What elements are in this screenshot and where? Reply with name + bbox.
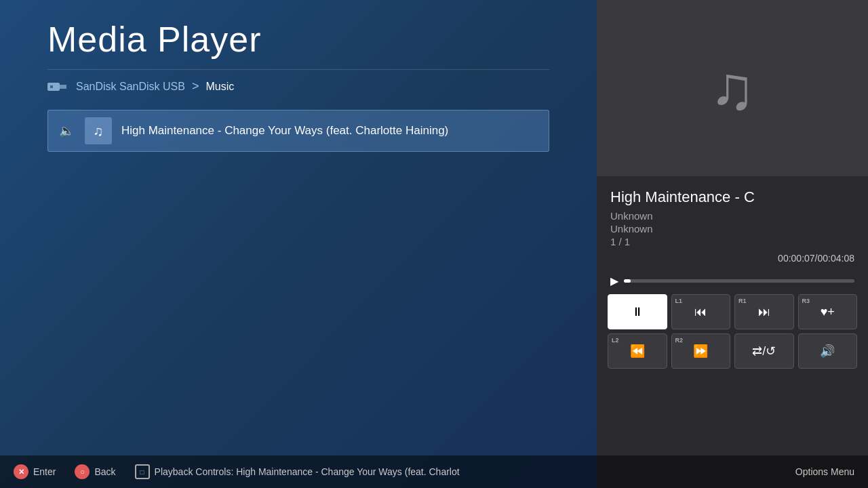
progress-bar-area: ▶ [597, 274, 868, 294]
track-list: 🔈 ♫ High Maintenance - Change Your Ways … [0, 103, 597, 488]
repeat-button[interactable]: ⇄/↺ [734, 333, 794, 369]
pause-button[interactable]: ⏸ [608, 294, 667, 329]
music-icon-box: ♫ [85, 117, 112, 144]
o-button-icon: ○ [75, 464, 90, 479]
back-action: ○ Back [75, 464, 115, 479]
l1-label: L1 [675, 298, 683, 304]
track-item-0[interactable]: 🔈 ♫ High Maintenance - Change Your Ways … [47, 110, 549, 152]
rewind-icon: ⏪ [630, 344, 645, 359]
pause-icon: ⏸ [631, 305, 644, 319]
usb-icon [47, 80, 66, 94]
square-button-icon: □ [135, 464, 150, 479]
next-button[interactable]: R1 ⏭ [734, 294, 794, 329]
back-label: Back [94, 466, 115, 477]
favorite-button[interactable]: R3 ♥+ [798, 294, 858, 329]
left-panel: Media Player SanDisk SanDisk USB > Music… [0, 0, 597, 488]
options-action: Options Menu [795, 466, 854, 477]
bottom-bar: ✕ Enter ○ Back □ Playback Controls: High… [0, 455, 868, 488]
next-icon: ⏭ [758, 305, 770, 319]
svg-rect-0 [47, 83, 60, 91]
repeat-icon: ⇄/↺ [752, 344, 776, 359]
fastforward-button[interactable]: R2 ⏩ [671, 333, 731, 369]
track-count: 1 / 1 [610, 236, 854, 247]
svg-rect-1 [60, 85, 66, 89]
volume-ctrl-icon: 🔊 [820, 344, 835, 359]
enter-action: ✕ Enter [14, 464, 56, 479]
progress-bar[interactable] [624, 279, 854, 283]
track-name: High Maintenance - C [610, 188, 854, 206]
volume-icon: 🔈 [59, 123, 75, 138]
prev-icon: ⏮ [694, 305, 707, 319]
controls-row-1: ⏸ L1 ⏮ R1 ⏭ R3 ♥+ [608, 294, 857, 329]
time-display: 00:00:07/00:04:08 [610, 253, 854, 264]
x-button-icon: ✕ [14, 464, 28, 479]
app-title: Media Player [47, 19, 549, 60]
right-panel: ♫ High Maintenance - C Unknown Unknown 1… [597, 0, 868, 488]
controls-row-2: L2 ⏪ R2 ⏩ ⇄/↺ 🔊 [608, 333, 857, 369]
fastforward-icon: ⏩ [693, 344, 708, 359]
r3-label: R3 [802, 298, 810, 304]
r1-label: R1 [738, 298, 747, 304]
rewind-button[interactable]: L2 ⏪ [608, 333, 667, 369]
playback-label: Playback Controls: High Maintenance - Ch… [155, 466, 460, 477]
header: Media Player SanDisk SanDisk USB > Music [0, 0, 597, 103]
breadcrumb-separator: > [192, 79, 199, 94]
favorite-icon: ♥+ [821, 305, 835, 319]
prev-button[interactable]: L1 ⏮ [671, 294, 731, 329]
track-title-0: High Maintenance - Change Your Ways (fea… [121, 124, 448, 138]
options-label: Options Menu [795, 466, 854, 477]
music-note-icon: ♫ [94, 123, 104, 139]
track-info: High Maintenance - C Unknown Unknown 1 /… [597, 176, 868, 274]
breadcrumb-device: SanDisk SanDisk USB [76, 81, 185, 93]
breadcrumb-folder: Music [205, 81, 234, 93]
album-art: ♫ [597, 0, 868, 176]
enter-label: Enter [33, 466, 56, 477]
l2-label: L2 [612, 337, 619, 344]
playback-action: □ Playback Controls: High Maintenance - … [135, 464, 460, 479]
track-album: Unknown [610, 223, 854, 235]
r2-label: R2 [675, 337, 684, 344]
breadcrumb: SanDisk SanDisk USB > Music [47, 69, 549, 103]
play-indicator: ▶ [610, 274, 618, 287]
album-art-icon: ♫ [709, 54, 755, 123]
volume-button[interactable]: 🔊 [798, 333, 858, 369]
controls-grid: ⏸ L1 ⏮ R1 ⏭ R3 ♥+ L2 ⏪ R2 ⏩ [597, 294, 868, 369]
progress-fill [624, 279, 631, 283]
track-artist: Unknown [610, 210, 854, 222]
